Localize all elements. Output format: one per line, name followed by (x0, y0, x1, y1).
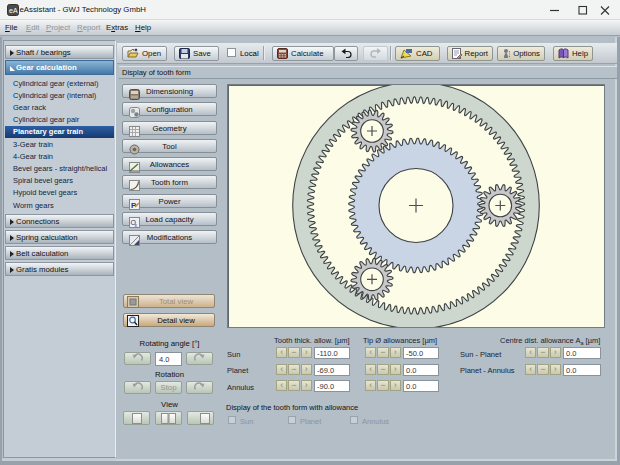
svg-text:eA: eA (9, 7, 18, 14)
